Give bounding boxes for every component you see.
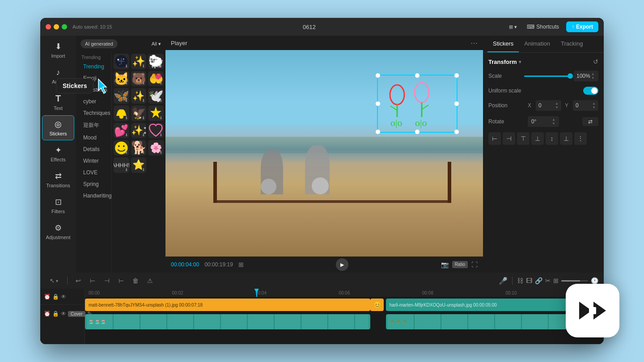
reset-button[interactable]: ↺ xyxy=(593,58,598,65)
zoom-slider[interactable] xyxy=(561,280,588,282)
fullscreen-icon[interactable]: ⛶ xyxy=(471,261,478,268)
film-icon[interactable]: 🎞 xyxy=(526,277,532,284)
toolbar-stickers[interactable]: ◎ Stickers xyxy=(42,115,74,140)
fullscreen-button[interactable] xyxy=(62,24,67,29)
toolbar-import[interactable]: ⬇ Import xyxy=(42,38,74,63)
sticker-item[interactable]: ⬇ xyxy=(148,105,164,121)
sticker-item[interactable]: 🕊️ ⬇ xyxy=(148,88,164,104)
ai-generated-button[interactable]: AI generated xyxy=(80,39,118,48)
rotate-input[interactable]: 0° ▲▼ xyxy=(528,116,559,127)
align-right-button[interactable]: ⊤ xyxy=(517,132,530,145)
player-menu-icon[interactable]: ⋯ xyxy=(470,39,478,47)
category-love[interactable]: LOVE xyxy=(76,167,111,178)
category-handwriting[interactable]: Handwriting xyxy=(76,190,111,202)
toolbar-text[interactable]: T Text xyxy=(42,89,74,114)
tab-animation[interactable]: Animation xyxy=(519,36,555,52)
scale-slider[interactable] xyxy=(524,76,570,77)
mic-icon[interactable]: 🎤 xyxy=(499,277,508,285)
sticker-item[interactable]: 🐑 ⬇ xyxy=(148,54,164,69)
scale-arrows[interactable]: ▲▼ xyxy=(591,72,595,80)
scale-value[interactable]: 100% ▲▼ xyxy=(574,71,598,81)
screenshot-icon[interactable]: 📷 xyxy=(441,261,449,268)
sticker-item[interactable]: ⬇ xyxy=(114,54,129,69)
category-cyber[interactable]: cyber xyxy=(76,96,111,107)
sticker-item[interactable]: 🐱 ⬇ xyxy=(114,71,129,87)
select-tool[interactable]: ↖ ▾ xyxy=(46,275,62,286)
align-center-h-button[interactable]: ⊣ xyxy=(503,132,515,145)
sticker-item[interactable]: ⭐ ⬇ xyxy=(131,157,147,173)
cover-eye-icon[interactable]: 👁 xyxy=(61,311,66,317)
sticker-clip[interactable]: 😊 xyxy=(370,299,384,311)
cut-icon[interactable]: ✂ xyxy=(545,277,551,284)
sticker-item[interactable]: 🐻 ⬇ xyxy=(131,71,147,87)
split-button[interactable]: ⊢ xyxy=(87,275,98,286)
position-y-input[interactable]: 0 ▲▼ xyxy=(573,100,598,111)
sticker-item[interactable]: ⬇ xyxy=(114,105,129,121)
category-christmas[interactable]: Christmas xyxy=(76,84,111,96)
sticker-item[interactable]: ⬇ xyxy=(114,140,129,156)
resize-handle-rm[interactable] xyxy=(454,101,459,106)
sticker-item[interactable]: 💕 ⬇ xyxy=(114,123,129,139)
close-button[interactable] xyxy=(46,24,51,29)
align-left-button[interactable]: ⊢ xyxy=(488,132,501,145)
category-chinese-new-year[interactable]: 迎新年 xyxy=(76,119,111,132)
all-filter-button[interactable]: All ▾ xyxy=(152,41,161,47)
sticker-item[interactable]: 🐕 ⬇ xyxy=(131,140,147,156)
sticker-item[interactable]: 🦅 ⬇ xyxy=(131,105,147,121)
tab-tracking[interactable]: Tracking xyxy=(555,36,588,52)
delete-button[interactable]: 🗑 xyxy=(130,275,141,286)
sticker-item[interactable]: ⬇ xyxy=(148,123,164,139)
link-icon[interactable]: ⛓ xyxy=(517,277,523,284)
distribute-h-button[interactable]: ⋮ xyxy=(574,132,587,145)
category-emoji[interactable]: Emoji xyxy=(76,72,111,84)
uniform-scale-toggle[interactable] xyxy=(583,87,598,95)
cover-lock-icon[interactable]: 🔒 xyxy=(52,311,59,317)
category-techniques[interactable]: Techniques xyxy=(76,107,111,119)
align-bottom-button[interactable]: ⊥ xyxy=(560,132,572,145)
crop-button[interactable]: ⊢ xyxy=(116,275,127,286)
toolbar-audio[interactable]: ♪ Audio xyxy=(42,63,74,88)
resize-handle-lm[interactable] xyxy=(376,101,380,106)
toolbar-filters[interactable]: ⊡ Filters xyxy=(42,193,74,218)
grid-icon[interactable]: ⊞ xyxy=(238,261,244,268)
align-center-v-button[interactable]: ↕ xyxy=(546,132,558,145)
sticker-item[interactable]: ✨ ⬇ xyxy=(131,54,147,69)
align-top-button[interactable]: ⊥ xyxy=(531,132,544,145)
cover-clock-icon[interactable]: ⏰ xyxy=(44,311,51,317)
sticker-item[interactable]: 🦋 ⬇ xyxy=(114,88,129,104)
sticker-selection-box[interactable]: o|o o|o xyxy=(377,75,458,133)
playhead[interactable] xyxy=(256,289,257,297)
lock-icon[interactable]: 🔒 xyxy=(52,294,59,300)
video-clip-main[interactable]: matt-bennett-78hTqvJYMS4-unsplash (1).jp… xyxy=(85,299,370,311)
chain-icon[interactable]: 🔗 xyxy=(535,277,542,284)
sticker-item[interactable]: AHHH!! ⬇ xyxy=(114,157,129,173)
toolbar-transitions[interactable]: ⇄ Transitions xyxy=(42,167,74,192)
category-winter[interactable]: Winter xyxy=(76,155,111,167)
resize-handle-bm[interactable] xyxy=(415,130,419,134)
flip-button[interactable]: ⇄ xyxy=(582,117,598,126)
video-track-clip-1[interactable]: 🏖️ 🏖️ 🏖️ xyxy=(85,314,370,329)
split2-button[interactable]: ⊣ xyxy=(102,275,112,286)
category-trending[interactable]: Trending xyxy=(76,61,111,72)
sticker-item[interactable]: 🌸 ⬇ xyxy=(148,140,164,156)
eye-icon[interactable]: 👁 xyxy=(61,294,66,300)
category-spring[interactable]: Spring xyxy=(76,178,111,190)
undo-button[interactable]: ↩ xyxy=(73,275,84,286)
export-button[interactable]: ↑ Export xyxy=(566,21,598,32)
clock-track-icon[interactable]: ⏰ xyxy=(44,294,51,300)
position-x-input[interactable]: 0 ▲▼ xyxy=(536,100,561,111)
minimize-button[interactable] xyxy=(54,24,59,29)
clock-icon[interactable]: 🕐 xyxy=(591,277,598,284)
sticker-item[interactable]: 🤲 💗 ⬇ xyxy=(148,71,164,87)
play-button[interactable]: ▶ xyxy=(336,258,348,271)
shortcuts-button[interactable]: ⌨ Shortcuts xyxy=(523,22,563,32)
category-details[interactable]: Details xyxy=(76,143,111,155)
toolbar-adjustment[interactable]: ⚙ Adjustment xyxy=(42,219,74,244)
sticker-item[interactable]: ✨ ⬇ xyxy=(131,88,147,104)
tab-stickers[interactable]: Stickers xyxy=(487,36,519,52)
category-mood[interactable]: Mood xyxy=(76,132,111,143)
toolbar-effects[interactable]: ✦ Effects xyxy=(42,141,74,166)
view-toggle[interactable]: ⊞ ▾ xyxy=(506,22,520,32)
warning-button[interactable]: ⚠ xyxy=(144,275,155,286)
resize-handle-tm[interactable] xyxy=(415,73,419,78)
